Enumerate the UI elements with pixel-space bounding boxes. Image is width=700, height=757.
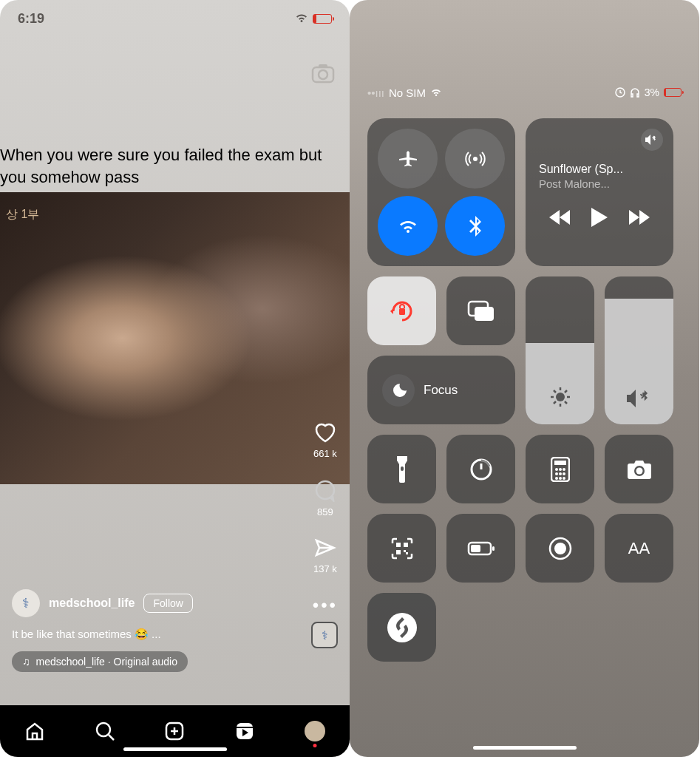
wifi-button[interactable]	[378, 196, 438, 256]
profile-tab[interactable]	[300, 716, 330, 746]
qr-icon	[391, 537, 413, 560]
heart-icon	[313, 421, 337, 444]
timer-tile[interactable]	[446, 435, 515, 503]
next-track-button[interactable]	[629, 210, 650, 225]
record-icon	[548, 537, 572, 560]
svg-rect-42	[404, 543, 408, 547]
camera-icon	[627, 459, 652, 480]
focus-tile[interactable]: Focus	[367, 356, 515, 424]
antenna-icon	[465, 149, 486, 169]
svg-line-21	[554, 390, 556, 393]
music-title: Sunflower (Sp...	[539, 163, 660, 176]
plus-square-icon	[164, 721, 185, 741]
headphones-icon	[630, 87, 640, 98]
svg-point-36	[555, 477, 558, 480]
svg-rect-48	[471, 545, 480, 552]
svg-line-23	[565, 390, 567, 393]
follow-button[interactable]: Follow	[143, 594, 192, 613]
wifi-icon	[430, 88, 442, 97]
meme-caption: When you were sure you failed the exam b…	[0, 144, 342, 188]
text-size-tile[interactable]: AA	[605, 514, 673, 583]
orientation-lock-icon	[615, 87, 625, 98]
flashlight-icon	[395, 456, 409, 483]
control-center-screen: ••ııı No SIM 3%	[350, 0, 699, 757]
comment-count: 859	[317, 506, 333, 517]
calculator-tile[interactable]	[526, 435, 594, 503]
cellular-signal-icon: ••ııı	[367, 86, 384, 99]
audio-output-button[interactable]	[641, 129, 663, 151]
shazam-tile[interactable]	[367, 593, 436, 662]
speaker-bt-icon	[645, 135, 659, 145]
focus-icon-circle	[382, 374, 415, 407]
bluetooth-icon	[469, 216, 482, 237]
svg-line-22	[565, 401, 567, 404]
orientation-lock-tile[interactable]	[367, 276, 436, 345]
text-size-icon: AA	[628, 539, 650, 558]
status-right	[295, 13, 332, 24]
home-icon	[24, 721, 45, 741]
caption-text: It be like that sometimes 😂 ...	[12, 628, 290, 641]
like-count: 661 k	[313, 448, 337, 459]
battery-percent: 3%	[645, 86, 659, 98]
home-tab[interactable]	[20, 716, 50, 746]
instagram-reel-screen: 6:19 When you were sure you failed the e…	[0, 0, 350, 757]
camera-icon[interactable]	[311, 63, 335, 84]
audio-chip[interactable]: ♫ medschool_life · Original audio	[12, 651, 188, 672]
search-icon	[95, 721, 115, 741]
airplane-mode-button[interactable]	[378, 129, 438, 189]
comment-button[interactable]: 859	[314, 480, 336, 517]
screen-record-tile[interactable]	[526, 514, 594, 583]
svg-line-5	[109, 735, 114, 740]
cc-status-left: ••ııı No SIM	[367, 86, 442, 99]
share-button[interactable]: 137 k	[313, 538, 337, 574]
camera-tile[interactable]	[605, 435, 673, 503]
svg-rect-15	[475, 307, 494, 321]
bluetooth-button[interactable]	[445, 196, 505, 256]
more-button[interactable]: •••	[313, 595, 338, 616]
home-indicator[interactable]	[473, 746, 577, 750]
notification-dot	[313, 744, 316, 747]
username[interactable]: medschool_life	[49, 597, 135, 610]
brightness-slider[interactable]	[526, 276, 594, 424]
search-tab[interactable]	[90, 716, 120, 746]
connectivity-panel[interactable]	[367, 118, 515, 266]
svg-point-12	[473, 157, 478, 161]
wifi-icon	[295, 13, 308, 24]
reels-tab[interactable]	[230, 716, 259, 746]
comment-icon	[314, 480, 336, 502]
like-button[interactable]: 661 k	[313, 421, 337, 459]
play-button[interactable]	[591, 208, 608, 227]
svg-point-30	[555, 468, 558, 471]
create-tab[interactable]	[160, 716, 189, 746]
qr-scanner-tile[interactable]	[367, 514, 436, 583]
svg-rect-43	[396, 550, 401, 554]
audio-thumbnail[interactable]: ⚕	[311, 622, 338, 648]
video-overlay-label: 상 1부	[6, 207, 39, 223]
prev-track-button[interactable]	[549, 210, 570, 225]
reel-actions: 661 k 859 137 k •••	[313, 421, 338, 616]
cellular-data-button[interactable]	[445, 129, 505, 189]
user-avatar[interactable]: ⚕	[12, 589, 40, 617]
svg-point-38	[563, 477, 565, 480]
flashlight-tile[interactable]	[367, 435, 436, 503]
music-panel[interactable]: Sunflower (Sp... Post Malone...	[526, 118, 673, 266]
home-indicator[interactable]	[123, 747, 227, 751]
cc-status-bar: ••ııı No SIM 3%	[350, 74, 699, 111]
svg-rect-29	[554, 461, 566, 465]
svg-rect-25	[401, 466, 404, 471]
brightness-icon	[549, 386, 571, 408]
low-power-tile[interactable]	[446, 514, 515, 583]
svg-rect-13	[399, 308, 405, 315]
calculator-icon	[551, 457, 570, 482]
volume-slider[interactable]	[605, 276, 673, 424]
video-player[interactable]: 상 1부	[0, 192, 350, 484]
battery-icon	[313, 14, 332, 24]
music-note-icon: ♫	[22, 656, 30, 668]
music-artist: Post Malone...	[539, 177, 660, 190]
carrier-label: No SIM	[389, 86, 426, 99]
reels-icon	[234, 721, 255, 741]
screen-mirroring-tile[interactable]	[446, 276, 515, 345]
svg-point-31	[559, 468, 562, 471]
svg-point-33	[555, 472, 558, 475]
svg-rect-47	[492, 546, 495, 551]
